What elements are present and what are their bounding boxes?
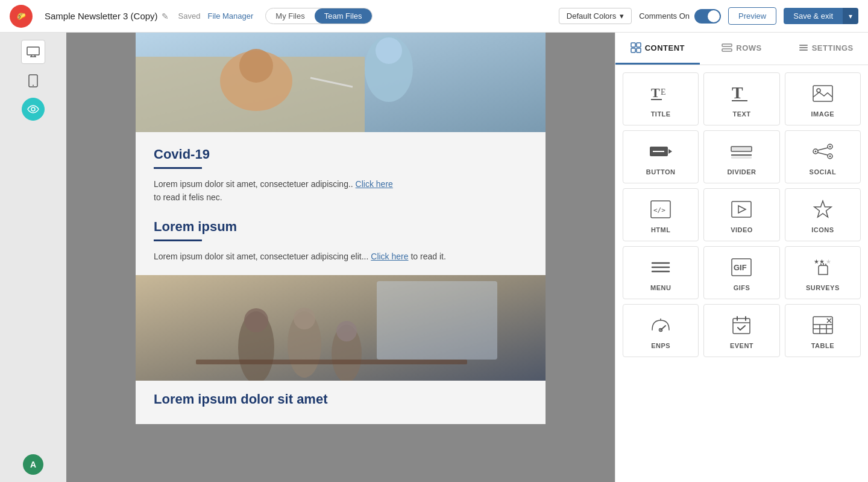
user-avatar[interactable]: A xyxy=(23,454,43,475)
content-item-title[interactable]: T E TITLE xyxy=(623,72,699,125)
covid-click-here-link[interactable]: Click here xyxy=(356,179,393,189)
canvas-inner: Covid-19 Lorem ipsum dolor sit amet, con… xyxy=(136,33,546,482)
content-item-event[interactable]: EVENT xyxy=(703,304,779,357)
edit-title-icon[interactable]: ✎ xyxy=(162,11,169,21)
content-item-surveys-label: SURVEYS xyxy=(806,284,840,291)
lorem-body-text: Lorem ipsum dolor sit amet, consectetuer… xyxy=(154,250,527,263)
desktop-view-button[interactable] xyxy=(21,40,45,64)
bottom-image-block xyxy=(136,275,546,381)
comments-toggle[interactable] xyxy=(694,9,721,24)
content-item-icons-label: ICONS xyxy=(811,226,834,233)
svg-text:★: ★ xyxy=(826,258,831,265)
app-logo: 🌮 xyxy=(10,5,33,28)
tablet-view-button[interactable] xyxy=(21,69,45,93)
svg-rect-28 xyxy=(637,48,641,52)
svg-rect-74 xyxy=(733,319,750,334)
svg-point-8 xyxy=(31,107,35,111)
svg-rect-31 xyxy=(799,45,808,46)
panel-tabs: CONTENT ROWS SETTINGS xyxy=(615,33,868,65)
file-manager-link[interactable]: File Manager xyxy=(207,11,253,21)
content-item-social[interactable]: SOCIAL xyxy=(785,130,861,183)
content-item-divider[interactable]: DIVIDER xyxy=(703,130,779,183)
svg-point-55 xyxy=(829,156,831,157)
event-icon xyxy=(732,314,751,336)
default-colors-button[interactable]: Default Colors ▾ xyxy=(559,8,632,24)
html-icon: </> xyxy=(650,198,671,220)
canvas-area: Covid-19 Lorem ipsum dolor sit amet, con… xyxy=(66,33,615,482)
svg-marker-59 xyxy=(738,206,746,213)
surveys-icon: ★★ ★ xyxy=(813,256,833,278)
panel-content: T E TITLE T TEXT xyxy=(615,65,868,482)
svg-rect-32 xyxy=(799,47,808,48)
svg-rect-39 xyxy=(813,86,832,101)
content-item-text-label: TEXT xyxy=(732,110,750,118)
svg-rect-58 xyxy=(732,201,751,217)
tab-settings[interactable]: SETTINGS xyxy=(784,33,868,65)
button-icon xyxy=(649,141,672,162)
svg-text:T: T xyxy=(732,84,743,102)
image-icon xyxy=(813,83,833,104)
document-title: Sample Newsletter 3 (Copy) ✎ xyxy=(45,11,169,21)
content-item-surveys[interactable]: ★★ ★ SURVEYS xyxy=(785,246,861,299)
dropdown-arrow-icon: ▾ xyxy=(620,11,624,21)
content-item-html[interactable]: </> HTML xyxy=(623,188,699,241)
save-exit-dropdown-button[interactable]: ▾ xyxy=(843,8,858,24)
content-item-html-label: HTML xyxy=(651,226,671,233)
save-exit-button[interactable]: Save & exit xyxy=(784,8,843,24)
lorem-divider xyxy=(154,239,202,241)
svg-point-53 xyxy=(814,151,816,153)
top-navigation: 🌮 Sample Newsletter 3 (Copy) ✎ Saved Fil… xyxy=(0,0,868,33)
content-item-text[interactable]: T TEXT xyxy=(703,72,779,125)
svg-marker-42 xyxy=(668,149,672,154)
content-item-divider-label: DIVIDER xyxy=(727,168,756,176)
bottom-section-title: Lorem ipsum dolor sit amet xyxy=(154,392,527,407)
covid-content-section: Covid-19 Lorem ipsum dolor sit amet, con… xyxy=(136,132,546,275)
content-item-video[interactable]: VIDEO xyxy=(703,188,779,241)
svg-point-7 xyxy=(33,85,34,86)
content-item-gifs-label: GIFS xyxy=(734,284,750,291)
tab-rows[interactable]: ROWS xyxy=(700,33,784,65)
svg-text:E: E xyxy=(661,87,666,97)
text-icon: T xyxy=(731,83,752,104)
svg-rect-45 xyxy=(731,147,752,151)
social-icon xyxy=(812,141,834,162)
menu-icon xyxy=(651,256,670,278)
preview-button[interactable]: Preview xyxy=(728,7,776,25)
covid-section-title: Covid-19 xyxy=(154,147,527,162)
content-item-button-label: BUTTON xyxy=(646,168,676,176)
right-panel: CONTENT ROWS SETTINGS xyxy=(615,33,868,482)
left-toolbar: A xyxy=(0,33,66,482)
svg-text:GIF: GIF xyxy=(734,263,747,272)
svg-rect-47 xyxy=(731,156,752,159)
content-item-social-label: SOCIAL xyxy=(810,168,837,176)
save-exit-group: Save & exit ▾ xyxy=(784,8,858,24)
svg-point-40 xyxy=(817,89,820,92)
svg-point-18 xyxy=(244,308,268,332)
content-item-gifs[interactable]: GIF GIFS xyxy=(703,246,779,299)
content-item-table[interactable]: TABLE xyxy=(785,304,861,357)
content-item-button[interactable]: BUTTON xyxy=(623,130,699,183)
enps-icon xyxy=(650,314,671,336)
svg-point-22 xyxy=(336,321,357,341)
content-item-menu[interactable]: MENU xyxy=(623,246,699,299)
content-item-icons[interactable]: ICONS xyxy=(785,188,861,241)
svg-rect-24 xyxy=(377,281,497,360)
preview-eye-button[interactable] xyxy=(22,98,45,121)
logo-area: 🌮 xyxy=(10,5,33,28)
svg-rect-78 xyxy=(813,317,832,334)
content-item-image[interactable]: IMAGE xyxy=(785,72,861,125)
tab-content[interactable]: CONTENT xyxy=(615,33,700,65)
lorem-click-here-link[interactable]: Click here xyxy=(371,252,408,261)
content-item-enps[interactable]: ENPS xyxy=(623,304,699,357)
content-item-image-label: IMAGE xyxy=(811,110,835,118)
svg-rect-23 xyxy=(196,360,467,364)
svg-line-51 xyxy=(818,148,828,150)
bottom-content-section: Lorem ipsum dolor sit amet xyxy=(136,381,546,424)
my-files-button[interactable]: My Files xyxy=(266,8,314,24)
saved-status: Saved xyxy=(178,11,201,21)
svg-rect-27 xyxy=(631,48,635,52)
team-files-button[interactable]: Team Files xyxy=(315,8,372,24)
svg-rect-26 xyxy=(637,43,641,47)
toggle-knob xyxy=(708,10,720,22)
gifs-icon: GIF xyxy=(731,256,752,278)
